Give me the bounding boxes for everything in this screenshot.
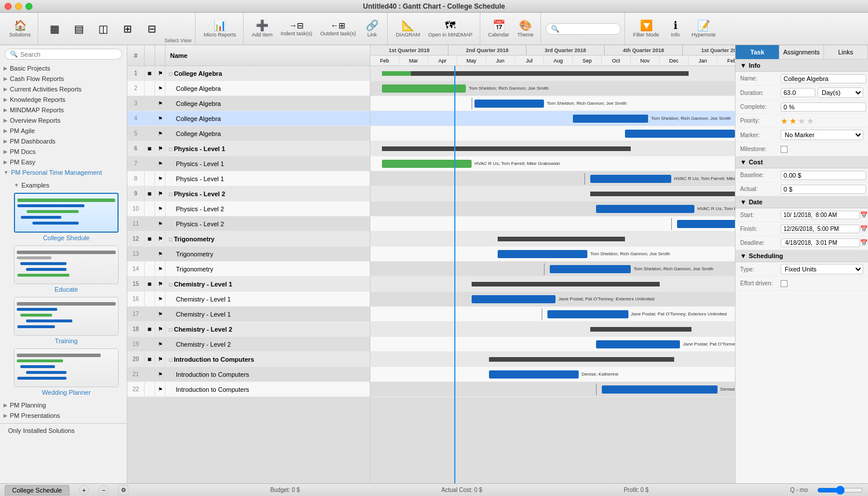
theme-button[interactable]: 🎨 Theme [514, 19, 537, 39]
table-row[interactable]: 15 ▦ ⚑ □Chemistry - Level 1 [127, 277, 370, 292]
toolbar-search-input[interactable] [562, 25, 620, 32]
sidebar-item-cash-flow[interactable]: ▶ Cash Flow Reports [0, 74, 127, 84]
complete-input[interactable] [781, 102, 866, 112]
table-row[interactable]: 5 ⚑ College Algebra [127, 126, 370, 141]
table-row[interactable]: 18 ▦ ⚑ □Chemistry - Level 2 [127, 322, 370, 337]
schedule-tab[interactable]: College Schedule [5, 485, 69, 495]
star-4[interactable]: ★ [807, 116, 814, 126]
view-btn-1[interactable]: ▦ [43, 23, 66, 35]
hypernote-button[interactable]: 📝 Hypernote [688, 19, 719, 39]
table-row[interactable]: 11 ⚑ Physics - Level 2 [127, 216, 370, 232]
deadline-input[interactable] [781, 238, 860, 247]
star-2[interactable]: ★ [789, 116, 797, 126]
sidebar-item-pm-docs[interactable]: ▶ PM Docs [0, 146, 127, 157]
table-row[interactable]: 17 ⚑ Chemistry - Level 1 [127, 307, 370, 322]
sidebar-item-knowledge[interactable]: ▶ Knowledge Reports [0, 94, 127, 105]
rp-cost-header[interactable]: ▼ Cost [735, 156, 868, 168]
table-row[interactable]: 22 ⚑ Introduction to Computers [127, 382, 370, 397]
minimize-button[interactable] [15, 3, 22, 10]
info-button[interactable]: ℹ Info [664, 19, 687, 39]
view-btn-2[interactable]: ▤ [67, 23, 90, 35]
baseline-input[interactable] [781, 171, 866, 180]
rp-date-header[interactable]: ▼ Date [735, 196, 868, 208]
table-row[interactable]: 9 ▦ ⚑ □Physics - Level 2 [127, 186, 370, 201]
sidebar-search-input[interactable] [20, 51, 117, 58]
view-btn-5[interactable]: ⊟ [140, 23, 163, 35]
table-row[interactable]: 2 ⚑ College Algebra [127, 81, 370, 96]
solutions-button[interactable]: 🏠 Solutions [6, 19, 34, 39]
name-input[interactable] [781, 74, 866, 83]
dependency-line [596, 384, 597, 395]
start-input[interactable] [781, 211, 860, 219]
sidebar-search-box[interactable]: 🔍 [5, 49, 122, 60]
calendar-icon[interactable]: 📅 [860, 239, 868, 247]
tab-assignments[interactable]: Assignments [779, 45, 823, 59]
star-3[interactable]: ★ [798, 116, 806, 126]
table-row[interactable]: 19 ⚑ Chemistry - Level 2 [127, 337, 370, 352]
sidebar-item-overview[interactable]: ▶ Overview Reports [0, 115, 127, 126]
example-college-schedule[interactable]: College Shedule [14, 193, 119, 243]
mindmap-button[interactable]: 🗺 Open in MINDMAP [425, 19, 476, 39]
table-row[interactable]: 12 ▦ ⚑ □Trigonometry [127, 232, 370, 247]
table-row[interactable]: 1 ▦ ⚑ □College Algebra [127, 66, 370, 81]
table-row[interactable]: 14 ⚑ Trigonometry [127, 262, 370, 277]
table-row[interactable]: 21 ⚑ Introduction to Computers [127, 367, 370, 382]
table-row[interactable]: 16 ⚑ Chemistry - Level 1 [127, 292, 370, 307]
maximize-button[interactable] [25, 3, 32, 10]
sidebar-item-pm-planning[interactable]: ▶ PM Planning [0, 400, 127, 410]
table-row[interactable]: 10 ⚑ Physics - Level 2 [127, 201, 370, 216]
tab-links[interactable]: Links [824, 45, 868, 59]
table-row[interactable]: 13 ⚑ Trigonometry [127, 247, 370, 262]
close-button[interactable] [5, 3, 12, 10]
example-training[interactable]: Training [14, 297, 119, 346]
sidebar-subitem-examples[interactable]: ▼ Examples [0, 180, 127, 190]
link-button[interactable]: 🔗 Link [361, 19, 384, 39]
table-row[interactable]: 3 ⚑ College Algebra [127, 96, 370, 111]
table-row[interactable]: 4 ⚑ College Algebra [127, 111, 370, 126]
sidebar-item-pm-agile[interactable]: ▶ PM Agile [0, 126, 127, 136]
duration-unit-select[interactable]: Day(s) [818, 87, 863, 98]
calendar-icon[interactable]: 📅 [860, 225, 868, 233]
sidebar-item-only-installed[interactable]: Only Installed Solutions [0, 423, 127, 436]
outdent-button[interactable]: ←⊞ Outdent task(s) [317, 20, 359, 38]
table-row[interactable]: 20 ▦ ⚑ □Introduction to Computers [127, 352, 370, 367]
rp-scheduling-header[interactable]: ▼ Scheduling [735, 250, 868, 262]
filter-button[interactable]: 🔽 Filter Mode [630, 19, 663, 39]
settings-tab-button[interactable]: ⚙ [118, 485, 128, 495]
calendar-button[interactable]: 📅 Calendar [485, 19, 513, 39]
marker-select[interactable]: No Marker [781, 130, 863, 140]
toolbar-search[interactable]: 🔍 [546, 23, 621, 35]
star-1[interactable]: ★ [781, 116, 788, 126]
priority-stars[interactable]: ★ ★ ★ ★ [781, 116, 814, 126]
type-select[interactable]: Fixed Units [781, 264, 863, 274]
view-btn-4[interactable]: ⊞ [116, 23, 139, 35]
zoom-slider[interactable] [817, 486, 863, 495]
table-row[interactable]: 7 ⚑ Physics - Level 1 [127, 156, 370, 171]
sidebar-item-pm-dashboards[interactable]: ▶ PM Dashboards [0, 136, 127, 146]
remove-tab-button[interactable]: − [98, 485, 109, 495]
finish-input[interactable] [781, 225, 860, 233]
sidebar-item-basic-projects[interactable]: ▶ Basic Projects [0, 63, 127, 74]
table-row[interactable]: 8 ⚑ Physics - Level 1 [127, 171, 370, 186]
table-row[interactable]: 6 ▦ ⚑ □Physics - Level 1 [127, 141, 370, 156]
sidebar-item-mindmap[interactable]: ▶ MINDMAP Reports [0, 105, 127, 115]
milestone-checkbox[interactable] [781, 146, 788, 153]
example-educate[interactable]: Educate [14, 245, 119, 295]
add-item-button[interactable]: ➕ Add Item [248, 19, 276, 39]
sidebar-item-pm-easy[interactable]: ▶ PM Easy [0, 157, 127, 167]
calendar-icon[interactable]: 📅 [860, 211, 868, 219]
indent-button[interactable]: →⊟ Indent task(s) [277, 20, 316, 38]
diagram-button[interactable]: 📐 DIAGRAM [392, 19, 424, 39]
micro-reports-button[interactable]: 📊 Micro Reports [200, 19, 240, 39]
tab-task[interactable]: Task [735, 45, 779, 59]
sidebar-item-pm-presentations[interactable]: ▶ PM Presentations [0, 410, 127, 421]
duration-input[interactable] [781, 88, 815, 97]
rp-info-header[interactable]: ▼ Info [735, 60, 868, 72]
sidebar-item-pm-personal[interactable]: ▼ PM Personal Time Management [0, 167, 127, 178]
example-wedding-planner[interactable]: Wedding Planner [14, 348, 119, 398]
sidebar-item-current-activities[interactable]: ▶ Current Activities Reports [0, 84, 127, 94]
view-btn-3[interactable]: ◫ [91, 23, 115, 35]
effort-driven-checkbox[interactable] [781, 280, 788, 287]
actual-input[interactable] [781, 185, 866, 194]
add-tab-button[interactable]: + [79, 485, 89, 495]
